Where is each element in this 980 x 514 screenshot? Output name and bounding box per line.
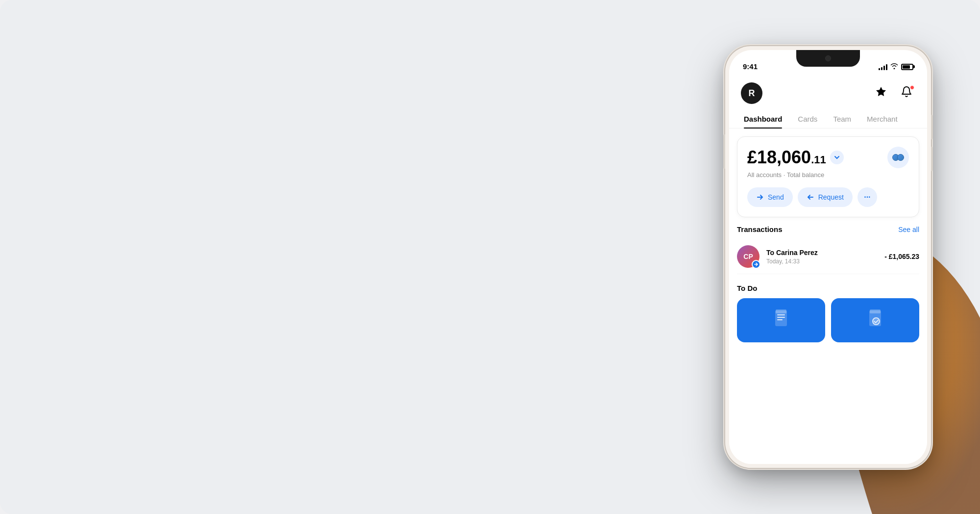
tab-cards[interactable]: Cards [791, 110, 824, 128]
transaction-avatar: CP [737, 245, 760, 268]
coin-2 [897, 154, 904, 161]
transactions-section: Transactions See all CP [729, 217, 927, 278]
signal-icon [879, 63, 887, 70]
balance-subtitle: All accounts · Total balance [747, 171, 909, 179]
notch [796, 50, 860, 67]
app-header: R [729, 75, 927, 110]
favorites-button[interactable] [872, 84, 890, 102]
request-button[interactable]: Request [798, 187, 853, 207]
signal-bar-1 [879, 68, 880, 70]
todo-title: To Do [737, 284, 919, 292]
app-content: R [729, 75, 927, 464]
send-badge-icon [752, 260, 760, 269]
transaction-name: To Carina Perez [766, 249, 878, 257]
volume-up-button[interactable] [931, 115, 933, 139]
phone-outer: 9:41 [725, 46, 931, 468]
star-icon [875, 86, 887, 101]
signal-bar-4 [886, 64, 887, 70]
see-all-button[interactable]: See all [898, 226, 919, 233]
status-time: 9:41 [743, 62, 758, 71]
phone-screen: 9:41 [729, 50, 927, 464]
balance-main: £18,060.11 [747, 149, 826, 166]
transaction-amount: - £1,065.23 [884, 253, 919, 260]
todo-card-1-icon [771, 308, 791, 333]
battery-fill [903, 65, 910, 69]
tab-team[interactable]: Team [826, 110, 858, 128]
nav-tabs: Dashboard Cards Team Merchant [729, 110, 927, 128]
balance-amount: £18,060.11 [747, 149, 844, 166]
transaction-initials: CP [743, 253, 753, 260]
send-button[interactable]: Send [747, 187, 793, 207]
battery-icon [901, 64, 913, 70]
transaction-time: Today, 14:33 [766, 258, 878, 265]
phone-frame: 9:41 [725, 46, 931, 468]
volume-down-button[interactable] [931, 147, 933, 171]
camera-notch [825, 55, 831, 61]
balance-card: £18,060.11 [737, 136, 919, 217]
wifi-icon [890, 63, 898, 71]
header-icons [872, 84, 915, 102]
tab-dashboard[interactable]: Dashboard [737, 110, 789, 128]
todo-cards [737, 298, 919, 342]
balance-cents: .11 [811, 154, 826, 166]
status-icons [879, 63, 913, 71]
send-label: Send [768, 193, 784, 201]
currency-symbol: £ [747, 147, 757, 167]
action-buttons: Send Request ··· [747, 187, 909, 207]
revolut-logo[interactable]: R [741, 82, 762, 104]
notifications-button[interactable] [898, 84, 915, 102]
balance-chevron-button[interactable] [830, 151, 844, 164]
power-button[interactable] [723, 134, 725, 169]
todo-card-2[interactable] [831, 298, 919, 342]
todo-card-2-icon [865, 308, 885, 333]
request-label: Request [818, 193, 844, 201]
todo-card-1[interactable] [737, 298, 825, 342]
notification-dot [910, 85, 914, 90]
transaction-item[interactable]: CP To Carina Perez Today, 14:33 [737, 239, 919, 274]
more-icon: ··· [864, 193, 870, 202]
signal-bar-3 [883, 66, 885, 70]
more-actions-button[interactable]: ··· [858, 187, 877, 207]
transaction-info: To Carina Perez Today, 14:33 [766, 249, 878, 265]
transactions-header: Transactions See all [737, 225, 919, 233]
transactions-title: Transactions [737, 225, 783, 233]
currency-toggle-button[interactable] [887, 147, 909, 168]
svg-rect-7 [870, 309, 881, 313]
tab-merchant[interactable]: Merchant [860, 110, 905, 128]
balance-row: £18,060.11 [747, 147, 909, 168]
signal-bar-2 [881, 67, 882, 70]
todo-section: To Do [729, 278, 927, 346]
svg-rect-4 [776, 309, 786, 313]
scene: 9:41 [0, 0, 980, 514]
coin-icon [892, 154, 904, 161]
balance-whole: 18,060 [757, 147, 811, 167]
